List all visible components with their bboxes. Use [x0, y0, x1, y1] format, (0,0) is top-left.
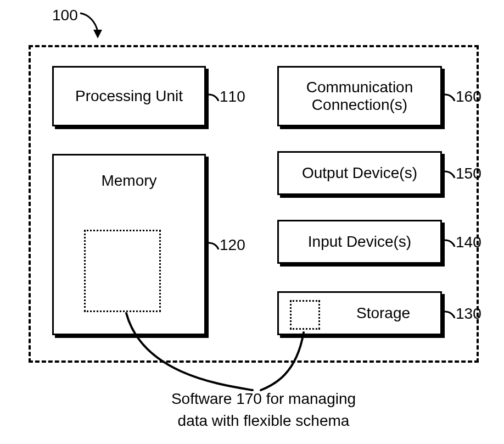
caption-line-2: data with flexible schema	[154, 412, 373, 430]
leader-lines-icon	[0, 0, 504, 444]
caption-line-1: Software 170 for managing	[154, 390, 373, 408]
diagram-canvas: 100 Processing Unit 110 Memory 120 Commu…	[0, 0, 504, 444]
